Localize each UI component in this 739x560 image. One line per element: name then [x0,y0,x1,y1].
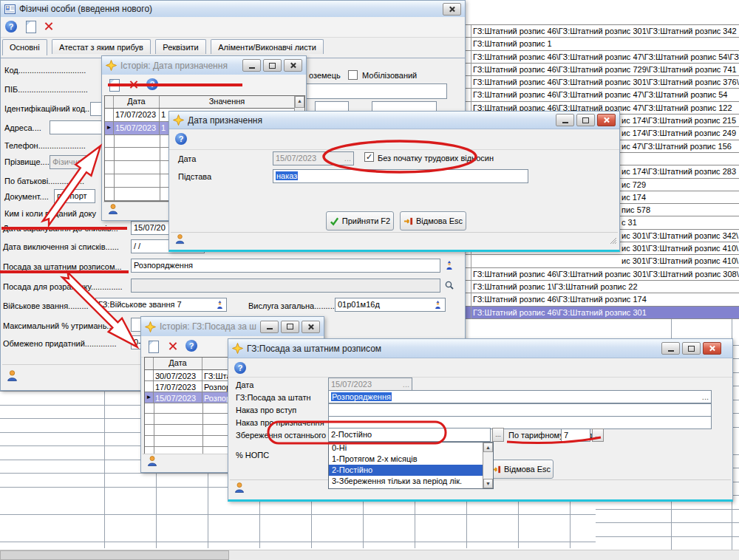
field-label-exclude-date: Дата виключення зі списків...... [3,242,119,251]
scroll-down-icon[interactable]: ▼ [483,479,493,488]
staff-list-item[interactable]: ГЗ:Штатний розпис 46\ГЗ:Штатний розпис 4… [465,89,739,101]
staff-list-item[interactable]: ГЗ:Штатний розпис 46\ГЗ:Штатний розпис 7… [465,64,739,76]
staff-list-item[interactable]: ГЗ:Штатний розпис 46\ГЗ:Штатний розпис 3… [465,307,739,319]
date-dialog-titlebar[interactable]: Дата призначення [169,112,619,129]
no-labor-checkbox[interactable]: ✓ [364,152,374,162]
help-icon[interactable]: ? [175,133,187,145]
minimize-icon[interactable] [661,342,680,355]
cancel-button[interactable]: Відмова Esc [488,460,554,479]
user-icon [174,233,185,247]
service-field[interactable]: 01р01м16д [335,298,446,312]
date-dialog-status-bar [171,232,618,248]
maximize-icon[interactable] [263,59,282,72]
close-icon[interactable] [703,342,721,355]
close-icon[interactable] [302,321,320,333]
address-field[interactable] [50,120,103,134]
tariff-ellipsis-button[interactable]: ... [592,428,604,442]
staff-position-field[interactable]: Розпорядження [131,259,440,273]
staff-list-item[interactable]: ис 301\ГЗ:Штатний розпис 410\ [465,255,739,267]
position-field[interactable]: Розпорядження ... [328,390,712,403]
history-date-toolbar: ? [102,75,306,96]
new-document-icon[interactable] [149,341,159,353]
horizontal-scrollbar[interactable] [0,550,739,560]
row-marker [145,370,154,380]
reason-label: Підстава [178,172,211,181]
cancel-button[interactable]: Відмова Esc [400,211,466,231]
lookup-person-icon[interactable] [433,299,443,313]
field-label-service: Вислуга загальна......... [248,301,335,310]
date-field[interactable]: 15/07/2023 ... [328,378,412,391]
header-date: Дата [114,96,160,108]
surname-field[interactable]: Фізична [50,155,92,169]
minimize-icon[interactable] [242,59,261,72]
tab[interactable]: Основні [2,39,47,55]
scrollbar-thumb[interactable] [0,550,229,560]
military-rank-field[interactable]: ГЗ:Військове звання 7 [95,298,227,312]
keep-last-ellipsis-button[interactable]: ... [492,428,504,442]
date-field[interactable]: 15/07/2023 ... [273,151,354,165]
lookup-person-icon[interactable] [444,260,454,273]
field-label-calc-position: Посада для розрахунку.............. [3,282,123,291]
help-icon[interactable]: ? [234,362,246,374]
date-dialog-title: Дата призначення [188,115,552,126]
delete-icon[interactable] [44,21,53,31]
maximize-icon[interactable] [281,321,299,333]
accept-button[interactable]: Прийняти F2 [326,211,394,231]
dropdown-option[interactable]: 0-Ні [329,443,493,454]
staff-list-item[interactable]: ГЗ:Штатний розпис 46\ГЗ:Штатний розпис 3… [465,268,739,281]
entry-order-label: Наказ про вступ [236,406,296,414]
tab[interactable]: Атестат з яким прибув [52,39,151,54]
no-labor-checkbox-label: Без початку трудових відносин [378,154,494,163]
delete-icon[interactable] [129,80,138,89]
field-label-enlist-date: Дата зарахування до списків... [3,224,118,233]
tab[interactable]: Аліменти/Виконавчі листи [211,39,324,54]
minimize-icon[interactable] [556,114,574,126]
ellipsis-button[interactable]: ... [702,392,709,401]
staff-list-item[interactable]: ГЗ:Штатний розпис 46\ГЗ:Штатний розпис 3… [465,76,739,89]
entry-order-field[interactable] [328,403,712,417]
scroll-up-icon[interactable]: ▲ [295,96,304,108]
keep-last-combobox[interactable]: 2-Постійно [328,428,491,442]
close-icon[interactable] [443,3,461,16]
new-document-icon[interactable] [26,21,36,33]
tab[interactable]: Реквізити [155,39,205,54]
mobilized-checkbox[interactable] [348,70,358,80]
nops-label: % НОПС [236,451,269,460]
close-icon[interactable] [597,114,616,126]
position-label: ГЗ:Посада за штатн [236,393,311,402]
help-icon[interactable]: ? [185,340,197,352]
delete-icon[interactable] [168,341,177,351]
scroll-up-icon[interactable]: ▲ [483,443,493,452]
main-window-titlebar[interactable]: Фізичні особи (введення нового) [1,1,465,18]
dropdown-option[interactable]: 1-Протягом 2-х місяців [329,454,493,465]
new-document-icon[interactable] [109,79,120,92]
help-icon[interactable]: ? [146,78,158,90]
staff-list-item[interactable]: ГЗ:Штатний розпис 1 [465,38,739,50]
staff-list-item[interactable]: ГЗ:Штатний розпис 46\ГЗ:Штатний розпис 4… [465,51,739,64]
dropdown-scrollbar[interactable]: ▲ ▼ [483,443,493,488]
staff-list-item[interactable]: ГЗ:Штатний розпис 1\ГЗ:Штатний розпис 22 [465,281,739,293]
reason-field[interactable]: наказ [273,169,528,183]
maximize-icon[interactable] [576,114,595,126]
calc-position-field[interactable] [131,279,440,293]
ident-field[interactable] [90,102,102,116]
minimize-icon[interactable] [260,321,279,333]
resize-grip[interactable] [609,233,616,247]
text-field[interactable] [302,83,447,99]
document-field[interactable]: паспорт [54,189,95,203]
keep-last-dropdown: 0-Ні 1-Протягом 2-х місяців 2-Постійно 3… [328,442,494,489]
dropdown-option[interactable]: 3-Збереження тільки за період лік. [329,476,493,487]
maximize-icon[interactable] [682,342,701,355]
staff-list-item[interactable]: ГЗ:Штатний розпис 46\ГЗ:Штатний розпис 3… [465,25,739,38]
history-position-titlebar[interactable]: Історія: ГЗ:Посада за штат... [141,317,324,337]
tariff-field[interactable]: 7 [561,428,590,442]
lookup-person-icon[interactable] [215,299,225,313]
staff-list-item[interactable]: ГЗ:Штатний розпис 46\ГЗ:Штатний розпис 1… [465,293,739,306]
search-icon[interactable] [444,280,454,293]
history-date-titlebar[interactable]: Історія: Дата призначення [102,56,306,75]
close-icon[interactable] [284,59,302,72]
dropdown-option[interactable]: 2-Постійно [329,465,493,476]
cancel-arrow-icon [403,216,413,226]
help-icon[interactable]: ? [5,21,17,33]
position-dialog-titlebar[interactable]: ГЗ:Посада за штатним розписом [228,339,732,358]
